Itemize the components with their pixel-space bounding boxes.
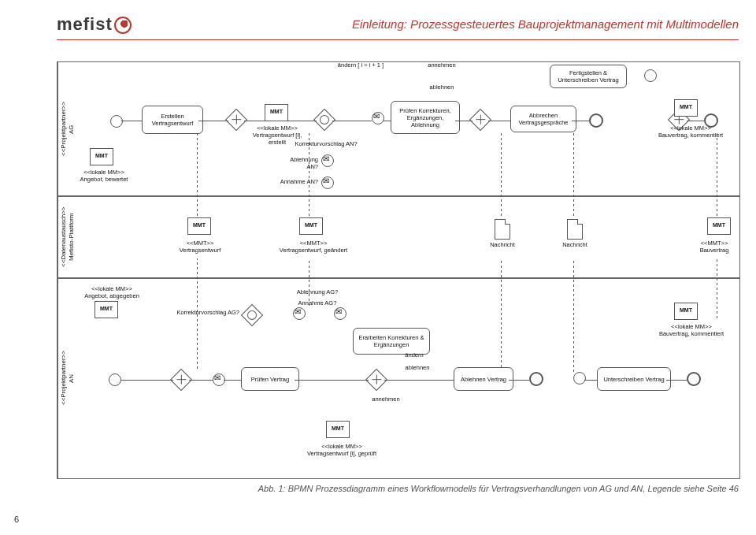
task-abort: Abbrechen Vertragsgespräche [510, 106, 576, 132]
lane-header-platform: <<Datenaustausch>> Mefisto-Plattform [57, 196, 77, 278]
msg-flow [501, 132, 502, 216]
seq-flow [332, 121, 372, 121]
label-edge-accept-an: annehmen [367, 396, 405, 403]
msg-flow [717, 132, 717, 216]
msg-event-accept-ag [334, 307, 346, 320]
task-work-corrections: Erarbeiten Korrekturen & Ergänzungen [353, 328, 430, 355]
start-event-an [109, 373, 121, 386]
label-draft-checked: <<lokale MM>> Vertragsentwurf [i], geprü… [301, 443, 383, 457]
msg-flow [501, 258, 502, 367]
task-check-contract: Prüfen Vertrag [241, 367, 299, 391]
label-edge-reject-an: ablehnen [398, 364, 436, 371]
seq-flow [224, 380, 241, 381]
seq-flow [455, 121, 472, 121]
msg-event-reject-ag [293, 307, 306, 320]
msg-flow [573, 258, 574, 372]
seq-flow [295, 380, 369, 381]
mmt-draft-ag: MMT [265, 104, 288, 121]
figure-caption: Abb. 1: BPMN Prozessdiagramm eines Workf… [57, 484, 739, 493]
label-q-reject-an: Ablehnung AG? [290, 288, 345, 295]
label-platform-draft-changed: <<MMT>> Vertragsentwurf, geändert [274, 240, 353, 254]
label-q-accept-an: Annahme AG? [290, 299, 345, 307]
lane-header-ag: <<Projektpartner>> AG [57, 62, 77, 196]
label-edge-accept: annehmen [422, 61, 461, 69]
intermediate-event-an [573, 372, 586, 385]
seq-flow [198, 121, 228, 121]
mmt-contract-ag: MMT [674, 99, 698, 117]
mmt-platform-draft-changed: MMT [299, 217, 323, 235]
label-offer-ag: <<lokale MM>> Angebot, bewertet [76, 169, 132, 183]
page-number: 6 [14, 515, 19, 524]
end-event-abort [589, 113, 603, 128]
seq-flow [584, 380, 597, 381]
seq-flow [666, 380, 687, 381]
msg-flow [309, 258, 309, 306]
msg-flow [309, 132, 309, 216]
page-title: Einleitung: Prozessgesteuertes Bauprojek… [352, 17, 739, 31]
bpmn-diagram: <<Projektpartner>> AG <<Datenaustausch>>… [57, 61, 739, 477]
mmt-offer-ag: MMT [90, 148, 113, 165]
mmt-platform-contract: MMT [707, 217, 731, 235]
task-create-draft: Erstellen Vertragsentwurf [142, 106, 203, 134]
intermediate-event-sign [644, 69, 657, 82]
seq-flow [244, 121, 317, 121]
end-event-reject-an [529, 372, 543, 386]
header-rule [57, 39, 739, 40]
data-msg-2 [567, 219, 583, 240]
logo-icon [114, 17, 132, 34]
seq-flow [687, 121, 704, 121]
label-q-corr-an: Korrekturvorschlag AG? [165, 309, 239, 316]
label-q-accept-an: Annahme AN? [277, 178, 318, 185]
brand-logo: mefist [57, 14, 132, 35]
msg-event-corr [372, 112, 384, 124]
task-sign-ag: Fertigstellen & Unterschreiben Vertrag [550, 65, 627, 88]
label-platform-draft: <<MMT>> Vertragsentwurf [167, 240, 233, 254]
task-sign-an: Unterschreiben Vertrag [597, 367, 671, 391]
seq-flow [189, 380, 213, 381]
mmt-draft-checked: MMT [326, 421, 350, 438]
label-edge-change-an: ändern [398, 351, 430, 359]
seq-flow [121, 380, 173, 381]
label-platform-contract: <<MMT>> Bauvertrag [691, 240, 737, 254]
end-event-an [687, 372, 701, 386]
seq-flow [572, 121, 589, 121]
logo-text: mefist [57, 14, 113, 34]
label-offer-an: <<lokale MM>> Angebot, abgegeben [80, 285, 143, 299]
seq-flow [121, 121, 142, 121]
mmt-platform-draft: MMT [187, 217, 211, 235]
seq-flow [384, 380, 454, 381]
msg-event-reject-an [321, 154, 334, 167]
data-msg-1 [495, 219, 510, 240]
msg-event-accept-an [321, 176, 334, 189]
label-edge-reject: ablehnen [422, 84, 461, 91]
label-q-reject-an: Ablehnung AN? [277, 156, 318, 170]
lane-header-an: <<Projektpartner>> AN [57, 278, 77, 478]
msg-flow [197, 258, 198, 369]
task-reject-contract: Ablehnen Vertrag [454, 367, 513, 391]
msg-flow [573, 132, 574, 216]
label-msg-2: Nachricht [554, 241, 595, 248]
msg-flow [197, 132, 198, 216]
mmt-offer-an: MMT [94, 301, 118, 318]
label-msg-1: Nachricht [482, 241, 523, 248]
task-check-corrections: Prüfen Korrekturen, Ergänzungen, Ablehnu… [391, 101, 460, 134]
label-q-corr-ag: Korrekturvorschlag AN? [295, 140, 358, 147]
pool-platform: <<Datenaustausch>> Mefisto-Plattform [57, 195, 740, 279]
label-edge-change: ändern [ i = i + 1 ] [329, 61, 392, 69]
msg-flow [717, 258, 717, 318]
label-contract-an: <<lokale MM>> Bauvertrag, kommentiert [654, 323, 729, 337]
seq-flow [509, 380, 529, 381]
seq-flow [488, 121, 510, 121]
mmt-contract-an: MMT [674, 303, 698, 320]
start-event-ag [110, 115, 123, 128]
seq-flow [383, 121, 391, 121]
